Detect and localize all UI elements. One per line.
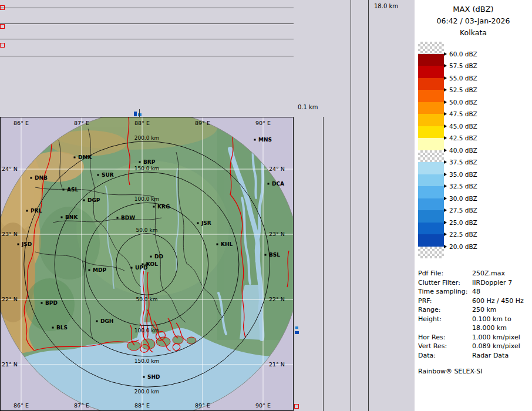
height-axis-max-label: 18.0 km	[374, 3, 398, 9]
info-label: Clutter Filter:	[418, 278, 472, 288]
legend-swatch	[418, 223, 444, 235]
city-dot	[197, 223, 199, 224]
product-title: MAX (dBZ)	[415, 5, 532, 14]
city-label: BLS	[56, 325, 68, 331]
legend-tick-arrow-icon	[444, 88, 447, 92]
height-gridline	[323, 117, 324, 411]
legend-label-text: 50.0 dBZ	[449, 99, 477, 106]
legend-label: 37.5 dBZ	[444, 159, 477, 166]
axis-tick-marker	[0, 43, 5, 48]
height-gridline	[0, 39, 294, 39]
legend-tick-arrow-icon	[444, 197, 447, 200]
legend-label: 52.5 dBZ	[444, 86, 477, 93]
legend-tick-arrow-icon	[444, 100, 447, 104]
legend-tick-arrow-icon	[444, 208, 447, 212]
legend-swatch	[418, 54, 444, 66]
lon-label-bottom: 86° E	[14, 402, 29, 409]
city-dot	[254, 139, 256, 141]
legend-swatch	[418, 42, 444, 54]
legend-swatch	[418, 247, 444, 259]
info-row: Range:250 km	[418, 305, 531, 315]
product-info-block: Pdf File:250Z.maxClutter Filter:IIRDoppl…	[418, 269, 531, 360]
software-brand: Rainbow® SELEX-SI	[418, 368, 483, 375]
info-value: 1.000 km/pixel	[472, 333, 531, 342]
info-value: 0.100 km to	[472, 315, 531, 324]
info-row: Pdf File:250Z.max	[418, 269, 531, 278]
legend-label-text: 20.0 dBZ	[449, 243, 477, 250]
city-dot	[26, 210, 28, 212]
city-dot	[153, 206, 155, 208]
echo-projection	[138, 113, 142, 116]
legend-label: 47.5 dBZ	[444, 110, 477, 117]
lat-label-right: 23° N	[269, 231, 285, 237]
legend-label: 32.5 dBZ	[444, 183, 477, 190]
city-dot	[150, 256, 152, 258]
city-label: PRL	[31, 208, 42, 214]
height-gridline	[0, 23, 294, 24]
city-label: DNB	[35, 175, 48, 181]
city-dot	[217, 244, 218, 245]
city-label: KRG	[157, 204, 170, 210]
info-label: Hor Res:	[418, 333, 472, 342]
city-dot	[63, 189, 65, 191]
echo-projection	[295, 331, 299, 334]
city-label: DGP	[87, 197, 100, 203]
lat-label-right: 24° N	[269, 166, 285, 172]
city-label: DGH	[100, 318, 113, 324]
legend-swatch	[418, 66, 444, 78]
echo-projection	[139, 109, 140, 117]
legend-label: 30.0 dBZ	[444, 195, 477, 202]
legend-swatch	[418, 162, 444, 174]
info-row: PRF:600 Hz / 450 Hz	[418, 297, 531, 306]
radar-map[interactable]: 50.0 km50.0 km100.0 km100.0 km150.0 km15…	[0, 117, 294, 411]
city-label: BNK	[65, 214, 78, 220]
legend-tick-arrow-icon	[444, 233, 447, 236]
legend-swatch	[418, 90, 444, 102]
legend-label-text: 35.0 dBZ	[449, 171, 477, 178]
lat-label-left: 22° N	[2, 296, 18, 302]
info-label: PRF:	[418, 297, 472, 306]
legend-label-text: 42.5 dBZ	[449, 134, 477, 142]
legend-tick-arrow-icon	[444, 112, 447, 116]
legend-label-text: 52.5 dBZ	[449, 86, 477, 93]
range-ring-label: 100.0 km	[134, 196, 160, 202]
lon-label-top: 88° E	[134, 120, 150, 126]
city-label: JSD	[21, 241, 32, 247]
legend-swatch	[418, 186, 444, 198]
legend-label: 22.5 dBZ	[444, 231, 477, 238]
lon-label-bottom: 89° E	[195, 402, 210, 409]
legend-label: 42.5 dBZ	[444, 134, 477, 142]
legend-label-text: 55.0 dBZ	[449, 75, 477, 82]
legend-swatch	[418, 102, 444, 114]
city-dot	[268, 183, 270, 185]
city-label: SHD	[147, 374, 160, 380]
legend-label-text: 60.0 dBZ	[449, 50, 477, 58]
info-label: Height:	[418, 315, 472, 324]
city-dot	[61, 217, 63, 218]
city-label: DCA	[272, 181, 284, 187]
lon-label-bottom: 87° E	[74, 402, 89, 409]
legend-tick-arrow-icon	[444, 136, 447, 140]
info-value: 48	[472, 287, 531, 297]
legend-swatch	[418, 78, 444, 90]
city-label: JSR	[201, 220, 211, 226]
lat-label-left: 21° N	[2, 361, 18, 368]
city-label: KHL	[221, 241, 233, 247]
legend-tick-arrow-icon	[444, 245, 447, 248]
city-dot	[96, 321, 98, 322]
info-value: 250Z.max	[472, 269, 531, 278]
legend-tick-arrow-icon	[444, 76, 447, 80]
info-value: 600 Hz / 450 Hz	[472, 297, 531, 306]
legend-swatch	[418, 198, 444, 211]
radar-map-canvas[interactable]: 50.0 km50.0 km100.0 km100.0 km150.0 km15…	[0, 117, 294, 411]
info-row: Hor Res:1.000 km/pixel	[418, 333, 531, 342]
legend-label-text: 47.5 dBZ	[449, 110, 477, 117]
city-dot	[139, 161, 141, 163]
info-label: Time sampling:	[418, 287, 472, 297]
range-ring-label: 100.0 km	[134, 328, 160, 333]
range-ring-label: 150.0 km	[134, 358, 160, 364]
legend-swatch	[418, 150, 444, 163]
legend-label-text: 30.0 dBZ	[449, 195, 477, 202]
lon-label-top: 87° E	[74, 120, 89, 126]
city-dot	[83, 200, 85, 201]
